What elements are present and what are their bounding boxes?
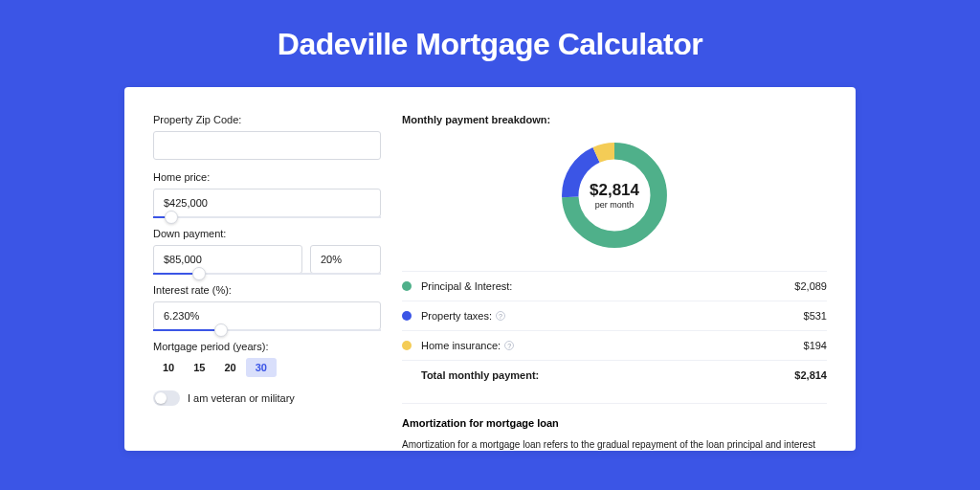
legend-dot bbox=[402, 341, 412, 350]
interest-rate-slider[interactable] bbox=[153, 329, 381, 331]
donut-center: $2,814 per month bbox=[590, 181, 639, 210]
field-veteran: I am veteran or military bbox=[153, 390, 381, 406]
info-icon[interactable]: ? bbox=[504, 341, 514, 350]
zip-input[interactable] bbox=[153, 131, 381, 160]
info-icon[interactable]: ? bbox=[496, 311, 505, 321]
donut-sub: per month bbox=[590, 200, 639, 210]
breakdown-total-value: $2,814 bbox=[794, 369, 827, 381]
legend-dot bbox=[402, 281, 412, 291]
slider-thumb[interactable] bbox=[214, 323, 228, 337]
legend-dot bbox=[402, 311, 412, 321]
breakdown-row-taxes: Property taxes: ? $531 bbox=[402, 301, 827, 330]
zip-label: Property Zip Code: bbox=[153, 114, 381, 125]
slider-thumb[interactable] bbox=[165, 211, 178, 224]
field-interest-rate: Interest rate (%): bbox=[153, 284, 381, 331]
breakdown-label: Principal & Interest: bbox=[421, 280, 794, 292]
veteran-toggle[interactable] bbox=[153, 390, 180, 406]
results-column: Monthly payment breakdown: $2,814 per mo… bbox=[402, 114, 827, 451]
field-zip: Property Zip Code: bbox=[153, 114, 381, 160]
home-price-slider[interactable] bbox=[153, 216, 381, 218]
mortgage-period-label: Mortgage period (years): bbox=[153, 341, 381, 352]
mortgage-period-options: 10 15 20 30 bbox=[153, 358, 381, 377]
breakdown-value: $194 bbox=[804, 340, 827, 351]
field-home-price: Home price: bbox=[153, 171, 381, 218]
veteran-label: I am veteran or military bbox=[188, 392, 295, 404]
down-payment-percent-input[interactable] bbox=[310, 245, 381, 274]
period-option-20[interactable]: 20 bbox=[215, 358, 246, 377]
breakdown-label: Home insurance: ? bbox=[421, 340, 804, 351]
period-option-10[interactable]: 10 bbox=[153, 358, 184, 377]
breakdown-label: Property taxes: ? bbox=[421, 310, 804, 322]
down-payment-amount-input[interactable] bbox=[153, 245, 302, 274]
slider-thumb[interactable] bbox=[192, 267, 206, 280]
period-option-30[interactable]: 30 bbox=[246, 358, 277, 377]
donut-amount: $2,814 bbox=[590, 181, 639, 200]
breakdown-row-insurance: Home insurance: ? $194 bbox=[402, 330, 827, 360]
page-title: Dadeville Mortgage Calculator bbox=[0, 0, 980, 87]
home-price-label: Home price: bbox=[153, 171, 381, 183]
donut-chart-wrap: $2,814 per month bbox=[402, 137, 827, 254]
breakdown-label-text: Home insurance: bbox=[421, 340, 501, 351]
field-mortgage-period: Mortgage period (years): 10 15 20 30 bbox=[153, 341, 381, 377]
amortization-section: Amortization for mortgage loan Amortizat… bbox=[402, 403, 827, 451]
breakdown-value: $531 bbox=[804, 310, 827, 322]
calculator-card: Property Zip Code: Home price: Down paym… bbox=[124, 87, 856, 451]
breakdown-label-text: Property taxes: bbox=[421, 310, 492, 322]
down-payment-label: Down payment: bbox=[153, 228, 381, 239]
amortization-text: Amortization for a mortgage loan refers … bbox=[402, 438, 827, 451]
amortization-title: Amortization for mortgage loan bbox=[402, 417, 827, 429]
breakdown-row-principal: Principal & Interest: $2,089 bbox=[402, 271, 827, 301]
breakdown-title: Monthly payment breakdown: bbox=[402, 114, 827, 125]
home-price-input[interactable] bbox=[153, 189, 381, 217]
breakdown-value: $2,089 bbox=[794, 280, 827, 292]
breakdown-total-label: Total monthly payment: bbox=[421, 369, 794, 381]
field-down-payment: Down payment: bbox=[153, 228, 381, 275]
period-option-15[interactable]: 15 bbox=[184, 358, 214, 377]
form-column: Property Zip Code: Home price: Down paym… bbox=[153, 114, 381, 451]
donut-chart: $2,814 per month bbox=[556, 137, 673, 254]
down-payment-slider[interactable] bbox=[153, 273, 381, 275]
breakdown-row-total: Total monthly payment: $2,814 bbox=[402, 360, 827, 390]
interest-rate-input[interactable] bbox=[153, 301, 381, 330]
interest-rate-label: Interest rate (%): bbox=[153, 284, 381, 296]
